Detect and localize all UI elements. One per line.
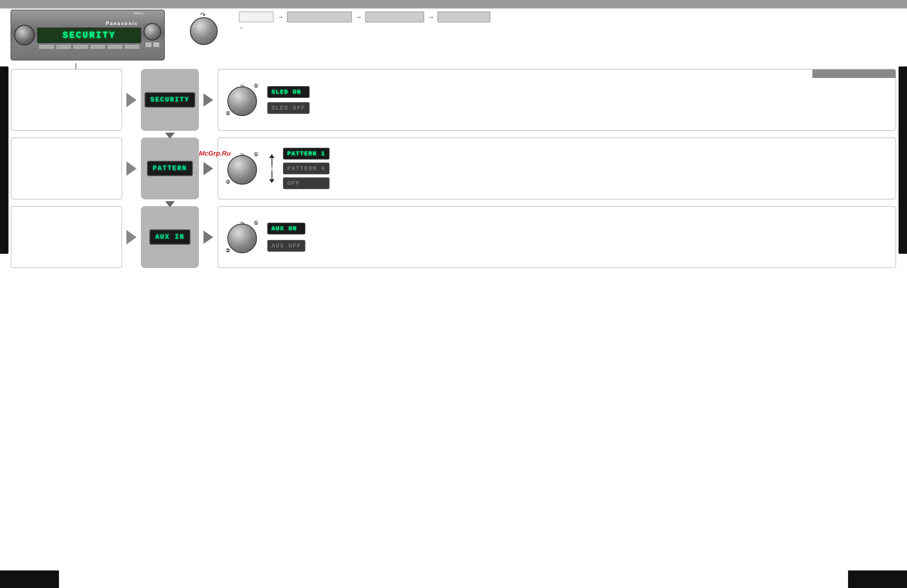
pattern-display-text: PATTERN bbox=[153, 165, 187, 172]
top-center-knob: ↷ bbox=[187, 11, 222, 48]
brand-text: Panasonic bbox=[37, 21, 141, 26]
flow-box-4 bbox=[437, 11, 490, 22]
pattern-right-panel: ① ② ↷ PATTERN 1 PATTERN 4 OFF bbox=[218, 137, 896, 200]
radio-screen-text: SECURITY bbox=[62, 30, 116, 40]
left-tab bbox=[0, 67, 8, 254]
knob-body bbox=[190, 17, 218, 45]
security-arrow bbox=[122, 69, 141, 131]
power-label: 50Wx4 bbox=[134, 12, 143, 15]
mcgrp-watermark: McGrp.Ru bbox=[199, 150, 231, 157]
pattern-middle-box: PATTERN bbox=[141, 137, 199, 200]
aux-middle-box: AUX IN bbox=[141, 206, 199, 268]
aux-on-display: AUX ON bbox=[267, 223, 305, 235]
flow-box-1 bbox=[239, 11, 274, 22]
flow-arrow-3: → bbox=[427, 13, 434, 21]
pattern-left-box bbox=[11, 137, 122, 200]
radio-center: Panasonic SECURITY bbox=[37, 21, 141, 49]
security-right-arrow bbox=[199, 69, 218, 131]
pattern-knob bbox=[228, 155, 257, 185]
security-knob-num1: ① bbox=[254, 83, 258, 89]
top-flow-diagram: → → → bbox=[239, 11, 490, 22]
aux-knob-arrow: ↷ bbox=[240, 220, 245, 227]
security-middle-box: SECURITY bbox=[141, 69, 199, 131]
aux-knob-container: ① ② ↷ bbox=[225, 219, 261, 255]
aux-arrow bbox=[122, 206, 141, 268]
security-row: SECURITY ① ② ↷ SLED ON SLED OFF bbox=[11, 69, 896, 131]
security-display: SECURITY bbox=[144, 92, 195, 107]
aux-off-display: AUX OFF bbox=[267, 240, 305, 252]
flow-back-arrow: ← bbox=[239, 25, 244, 31]
radio-body: Panasonic SECURITY 50Wx4 bbox=[11, 10, 165, 61]
security-left-box bbox=[11, 69, 122, 131]
radio-illustration: Panasonic SECURITY 50Wx4 bbox=[11, 10, 168, 64]
flow-box-2 bbox=[287, 11, 352, 22]
security-right-panel: ① ② ↷ SLED ON SLED OFF bbox=[218, 69, 896, 131]
security-knob bbox=[228, 86, 257, 116]
security-down-arrow bbox=[165, 133, 175, 139]
aux-right-panel: ① ② ↷ AUX ON AUX OFF bbox=[218, 206, 896, 268]
sled-off-display: SLED OFF bbox=[267, 102, 309, 114]
pattern-off-display: OFF bbox=[283, 177, 330, 189]
security-knob-arrow: ↷ bbox=[240, 83, 245, 90]
security-display-text: SECURITY bbox=[150, 96, 189, 104]
pattern-display: PATTERN bbox=[147, 161, 192, 176]
pattern4-display: PATTERN 4 bbox=[283, 163, 330, 174]
aux-display: AUX IN bbox=[149, 229, 190, 245]
pattern-knob-num1: ① bbox=[254, 152, 258, 158]
right-tab bbox=[899, 67, 907, 254]
security-knob-container: ① ② ↷ bbox=[225, 82, 261, 118]
section-header-bar bbox=[812, 69, 896, 78]
flow-box-3 bbox=[365, 11, 424, 22]
right-nav-knob bbox=[144, 23, 161, 40]
security-displays: SLED ON SLED OFF bbox=[267, 86, 309, 114]
security-knob-num2: ② bbox=[226, 110, 230, 117]
bottom-bar-right bbox=[848, 570, 907, 588]
aux-displays: AUX ON AUX OFF bbox=[267, 223, 305, 252]
aux-right-arrow bbox=[199, 206, 218, 268]
radio-bottom-buttons bbox=[37, 45, 141, 49]
pattern-right-arrow bbox=[199, 137, 218, 200]
aux-knob-num2: ② bbox=[226, 248, 230, 254]
pattern-row: PATTERN ① ② ↷ bbox=[11, 137, 896, 200]
sled-on-display: SLED ON bbox=[267, 86, 309, 98]
flow-arrow-1: → bbox=[277, 13, 284, 21]
pattern-down-arrow bbox=[165, 201, 175, 207]
pattern-knob-arrow: ↷ bbox=[240, 152, 245, 158]
pattern-knob-num2: ② bbox=[226, 179, 230, 185]
aux-left-box bbox=[11, 206, 122, 268]
bottom-bar-left bbox=[0, 570, 59, 588]
rows-container: SECURITY ① ② ↷ SLED ON SLED OFF bbox=[11, 69, 896, 268]
aux-row: AUX IN ① ② ↷ AUX ON AUX OFF bbox=[11, 206, 896, 268]
pattern1-display: PATTERN 1 bbox=[283, 148, 330, 160]
aux-display-text: AUX IN bbox=[155, 233, 184, 241]
flow-arrow-2: → bbox=[355, 13, 362, 21]
radio-right-controls bbox=[144, 23, 161, 48]
aux-knob-num1: ① bbox=[254, 220, 258, 226]
radio-screen: SECURITY bbox=[37, 27, 141, 43]
pattern-displays: PATTERN 1 PATTERN 4 OFF bbox=[283, 148, 330, 189]
aux-knob bbox=[228, 224, 257, 253]
pattern-vert-arrows bbox=[269, 154, 274, 183]
left-volume-knob bbox=[14, 25, 35, 45]
pattern-arrow bbox=[122, 137, 141, 200]
top-bar bbox=[0, 0, 907, 8]
